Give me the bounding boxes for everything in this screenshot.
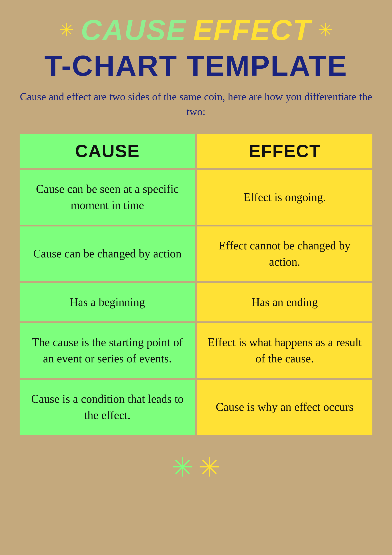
title-line1: ✳ CAUSE EFFECT ✳ xyxy=(18,13,374,47)
effect-cell-0: Effect is ongoing. xyxy=(197,170,372,225)
effect-cell-1: Effect cannot be changed by action. xyxy=(197,226,372,281)
cause-cell-2: Has a beginning xyxy=(20,283,195,322)
table-row: Cause can be seen at a specific moment i… xyxy=(20,170,372,225)
title-effect: EFFECT xyxy=(193,13,311,47)
effect-cell-4: Cause is why an effect occurs xyxy=(197,380,372,435)
right-star-icon: ✳ xyxy=(318,21,333,39)
bottom-yellow-star-icon: ✳ xyxy=(198,454,221,481)
tchart-table: CAUSE EFFECT Cause can be seen at a spec… xyxy=(18,132,374,436)
effect-cell-2: Has an ending xyxy=(197,283,372,322)
subtitle: Cause and effect are two sides of the sa… xyxy=(18,89,374,119)
cause-cell-0: Cause can be seen at a specific moment i… xyxy=(20,170,195,225)
table-row: Has a beginningHas an ending xyxy=(20,283,372,322)
title-cause: CAUSE xyxy=(81,13,187,47)
table-header-row: CAUSE EFFECT xyxy=(20,134,372,168)
effect-column-header: EFFECT xyxy=(197,134,372,168)
table-row: The cause is the starting point of an ev… xyxy=(20,323,372,378)
cause-cell-3: The cause is the starting point of an ev… xyxy=(20,323,195,378)
bottom-stars: ✳ ✳ xyxy=(18,454,374,481)
effect-cell-3: Effect is what happens as a result of th… xyxy=(197,323,372,378)
cause-cell-1: Cause can be changed by action xyxy=(20,226,195,281)
header: ✳ CAUSE EFFECT ✳ T-CHART TEMPLATE Cause … xyxy=(18,13,374,119)
left-star-icon: ✳ xyxy=(59,21,74,39)
page-wrapper: ✳ CAUSE EFFECT ✳ T-CHART TEMPLATE Cause … xyxy=(0,0,392,555)
table-row: Cause is a condition that leads to the e… xyxy=(20,380,372,435)
cause-cell-4: Cause is a condition that leads to the e… xyxy=(20,380,195,435)
bottom-green-star-icon: ✳ xyxy=(171,454,194,481)
title-line2: T-CHART TEMPLATE xyxy=(18,49,374,82)
cause-column-header: CAUSE xyxy=(20,134,195,168)
table-row: Cause can be changed by actionEffect can… xyxy=(20,226,372,281)
